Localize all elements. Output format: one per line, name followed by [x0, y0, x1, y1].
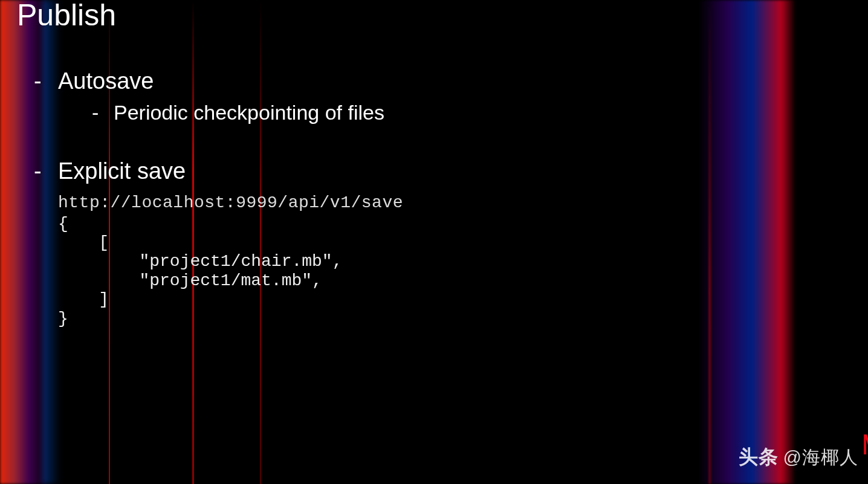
- slide-title: Publish: [17, 0, 851, 30]
- slide: Publish Autosave Periodic checkpointing …: [0, 0, 868, 484]
- bullet-autosave-label: Autosave: [58, 68, 154, 94]
- bullet-list: Autosave Periodic checkpointing of files…: [17, 66, 851, 328]
- watermark-handle: @海椰人: [783, 445, 858, 470]
- bullet-explicit-save: Explicit save http://localhost:9999/api/…: [34, 156, 851, 328]
- api-endpoint: http://localhost:9999/api/v1/save: [58, 192, 851, 214]
- bullet-autosave-sub1: Periodic checkpointing of files: [92, 98, 851, 127]
- netflix-logo-icon: N: [863, 428, 868, 461]
- bullet-explicit-label: Explicit save: [58, 158, 186, 184]
- slide-content: Publish Autosave Periodic checkpointing …: [0, 0, 868, 328]
- bullet-autosave-sublist: Periodic checkpointing of files: [58, 98, 851, 127]
- bullet-autosave: Autosave Periodic checkpointing of files: [34, 66, 851, 127]
- watermark: 头条 @海椰人: [739, 444, 858, 471]
- watermark-brand: 头条: [739, 444, 779, 471]
- code-block: { [ "project1/chair.mb", "project1/mat.m…: [58, 215, 851, 328]
